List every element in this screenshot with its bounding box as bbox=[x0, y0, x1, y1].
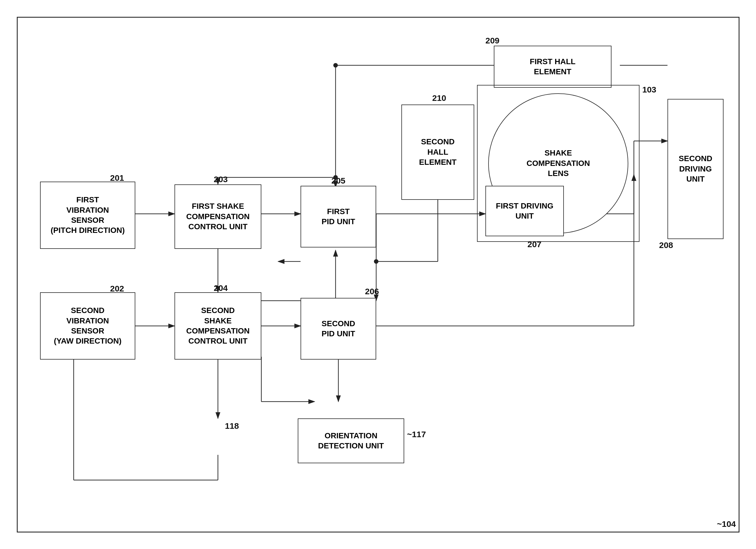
label-205: 205 bbox=[331, 176, 345, 185]
first-pid-block: FIRSTPID UNIT bbox=[301, 186, 376, 247]
label-117: ~117 bbox=[407, 430, 426, 439]
second-hall-label: SECONDHALLELEMENT bbox=[419, 137, 457, 167]
svg-point-26 bbox=[374, 259, 378, 264]
svg-point-22 bbox=[333, 63, 338, 67]
first-hall-block: FIRST HALLELEMENT bbox=[494, 46, 611, 88]
second-driving-block: SECONDDRIVINGUNIT bbox=[667, 99, 724, 239]
label-201: 201 bbox=[110, 173, 124, 183]
first-shake-comp-label: FIRST SHAKECOMPENSATIONCONTROL UNIT bbox=[186, 201, 250, 232]
second-vibration-sensor-block: SECONDVIBRATIONSENSOR(YAW DIRECTION) bbox=[40, 292, 135, 360]
label-118: 118 bbox=[225, 421, 239, 431]
label-208: 208 bbox=[659, 240, 673, 250]
second-pid-label: SECONDPID UNIT bbox=[322, 319, 355, 339]
label-103: 103 bbox=[642, 85, 656, 94]
first-vibration-sensor-label: FIRSTVIBRATIONSENSOR(PITCH DIRECTION) bbox=[51, 195, 125, 236]
diagram-container: FIRSTVIBRATIONSENSOR(PITCH DIRECTION) 20… bbox=[17, 17, 739, 532]
label-210: 210 bbox=[432, 93, 446, 103]
label-202: 202 bbox=[110, 284, 124, 294]
first-shake-comp-block: FIRST SHAKECOMPENSATIONCONTROL UNIT bbox=[175, 184, 261, 249]
second-vibration-sensor-label: SECONDVIBRATIONSENSOR(YAW DIRECTION) bbox=[54, 306, 122, 347]
first-vibration-sensor-block: FIRSTVIBRATIONSENSOR(PITCH DIRECTION) bbox=[40, 181, 135, 249]
label-207: 207 bbox=[527, 239, 541, 249]
first-driving-label: FIRST DRIVINGUNIT bbox=[496, 201, 553, 221]
orientation-detection-label: ORIENTATIONDETECTION UNIT bbox=[318, 431, 384, 451]
first-pid-label: FIRSTPID UNIT bbox=[322, 206, 355, 227]
first-driving-block: FIRST DRIVINGUNIT bbox=[485, 186, 564, 236]
orientation-detection-block: ORIENTATIONDETECTION UNIT bbox=[298, 418, 404, 463]
second-shake-comp-label: SECONDSHAKECOMPENSATIONCONTROL UNIT bbox=[186, 306, 250, 347]
first-hall-label: FIRST HALLELEMENT bbox=[530, 57, 575, 77]
second-hall-block: SECONDHALLELEMENT bbox=[401, 104, 474, 200]
second-driving-label: SECONDDRIVINGUNIT bbox=[679, 153, 712, 184]
label-204: 204 bbox=[214, 283, 228, 293]
label-203: 203 bbox=[214, 174, 228, 184]
label-206: 206 bbox=[365, 287, 379, 296]
label-104: ~104 bbox=[717, 519, 736, 529]
label-209: 209 bbox=[485, 36, 499, 45]
second-pid-block: SECONDPID UNIT bbox=[301, 298, 376, 360]
second-shake-comp-block: SECONDSHAKECOMPENSATIONCONTROL UNIT bbox=[175, 292, 261, 360]
